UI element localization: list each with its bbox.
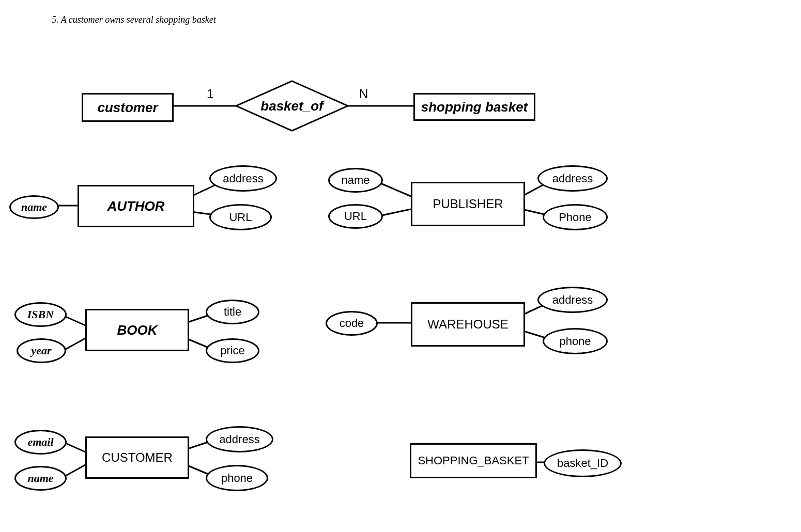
attr-author-name: name [9,195,59,219]
attr-publisher-url: URL [328,204,383,229]
entity-book: BOOK [85,309,189,351]
attr-shopping-basket-id: basket_ID [544,449,622,477]
attr-book-price: price [206,338,259,363]
attr-book-title: title [206,300,259,324]
attr-warehouse-code: code [326,311,378,336]
attr-publisher-name: name [328,168,383,193]
attr-customer-name: name [14,466,67,491]
entity-publisher: PUBLISHER [411,182,525,226]
attr-publisher-address: address [537,165,608,192]
attr-publisher-phone: Phone [543,204,608,230]
relationship-label: basket_of [235,80,349,132]
entity-warehouse: WAREHOUSE [411,302,525,347]
cardinality-right: N [359,87,368,101]
attr-warehouse-address: address [537,287,608,313]
er-diagram-canvas: 5. A customer owns several shopping bask… [0,0,801,532]
entity-author: AUTHOR [78,185,194,227]
entity-customer-top: customer [82,93,174,122]
entity-shopping-basket-top: shopping basket [413,93,535,121]
entity-shopping-basket: SHOPPING_BASKET [410,443,537,478]
attr-book-year: year [17,338,66,363]
attr-customer-email: email [14,430,67,455]
attr-author-url: URL [209,204,272,230]
caption: 5. A customer owns several shopping bask… [52,14,216,25]
attr-warehouse-phone: phone [543,328,608,354]
attr-customer-address: address [206,426,273,452]
relationship-diamond: basket_of [235,80,349,132]
attr-book-isbn: ISBN [14,302,67,327]
attr-customer-phone: phone [206,465,268,491]
attr-author-address: address [209,165,277,192]
cardinality-left: 1 [207,87,213,101]
entity-customer: CUSTOMER [85,436,189,479]
